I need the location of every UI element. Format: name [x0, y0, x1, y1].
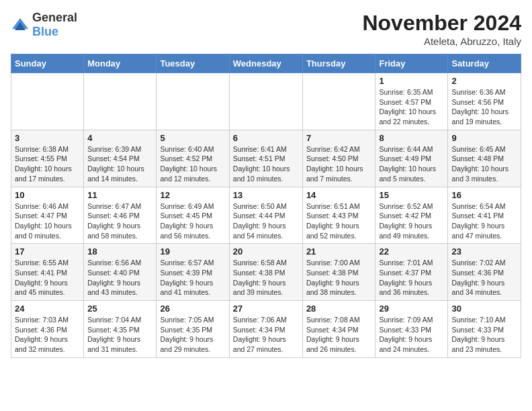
day-info: Sunrise: 7:03 AM Sunset: 4:36 PM Dayligh… — [15, 315, 80, 355]
day-number: 11 — [87, 190, 152, 200]
day-info: Sunrise: 7:08 AM Sunset: 4:34 PM Dayligh… — [306, 315, 372, 355]
day-cell: 2Sunrise: 6:36 AM Sunset: 4:56 PM Daylig… — [448, 73, 521, 130]
weekday-header-row: SundayMondayTuesdayWednesdayThursdayFrid… — [11, 54, 521, 73]
day-info: Sunrise: 6:40 AM Sunset: 4:52 PM Dayligh… — [160, 144, 225, 184]
day-info: Sunrise: 7:06 AM Sunset: 4:34 PM Dayligh… — [233, 315, 299, 355]
day-cell: 3Sunrise: 6:38 AM Sunset: 4:55 PM Daylig… — [11, 130, 84, 187]
day-cell: 15Sunrise: 6:52 AM Sunset: 4:42 PM Dayli… — [375, 187, 448, 244]
day-number: 10 — [15, 190, 80, 200]
day-cell — [302, 73, 375, 130]
day-number: 2 — [451, 76, 517, 86]
day-info: Sunrise: 6:47 AM Sunset: 4:46 PM Dayligh… — [87, 201, 152, 241]
weekday-header-sunday: Sunday — [11, 54, 84, 73]
day-info: Sunrise: 6:42 AM Sunset: 4:50 PM Dayligh… — [306, 144, 372, 184]
month-title: November 2024 — [362, 11, 521, 36]
day-info: Sunrise: 6:36 AM Sunset: 4:56 PM Dayligh… — [451, 87, 517, 127]
day-info: Sunrise: 6:55 AM Sunset: 4:41 PM Dayligh… — [15, 258, 80, 298]
calendar-table: SundayMondayTuesdayWednesdayThursdayFrid… — [11, 54, 521, 358]
title-area: November 2024 Ateleta, Abruzzo, Italy — [362, 11, 521, 47]
day-info: Sunrise: 6:38 AM Sunset: 4:55 PM Dayligh… — [15, 144, 80, 184]
day-cell: 22Sunrise: 7:01 AM Sunset: 4:37 PM Dayli… — [375, 244, 448, 301]
day-cell: 10Sunrise: 6:46 AM Sunset: 4:47 PM Dayli… — [11, 187, 84, 244]
week-row-4: 24Sunrise: 7:03 AM Sunset: 4:36 PM Dayli… — [11, 301, 521, 358]
day-number: 7 — [306, 133, 372, 143]
day-info: Sunrise: 6:54 AM Sunset: 4:41 PM Dayligh… — [451, 201, 517, 241]
day-number: 30 — [451, 304, 517, 314]
day-cell: 29Sunrise: 7:09 AM Sunset: 4:33 PM Dayli… — [375, 301, 448, 358]
day-cell: 6Sunrise: 6:41 AM Sunset: 4:51 PM Daylig… — [229, 130, 302, 187]
day-number: 15 — [379, 190, 444, 200]
day-number: 14 — [306, 190, 372, 200]
day-cell — [11, 73, 84, 130]
day-number: 17 — [15, 246, 80, 257]
day-cell: 17Sunrise: 6:55 AM Sunset: 4:41 PM Dayli… — [11, 244, 84, 301]
day-info: Sunrise: 7:01 AM Sunset: 4:37 PM Dayligh… — [379, 258, 444, 298]
logo-blue: Blue — [32, 25, 58, 38]
day-info: Sunrise: 6:41 AM Sunset: 4:51 PM Dayligh… — [233, 144, 299, 184]
logo-icon — [11, 17, 30, 33]
day-cell: 4Sunrise: 6:39 AM Sunset: 4:54 PM Daylig… — [84, 130, 157, 187]
day-cell: 9Sunrise: 6:45 AM Sunset: 4:48 PM Daylig… — [448, 130, 521, 187]
day-info: Sunrise: 6:57 AM Sunset: 4:39 PM Dayligh… — [160, 258, 225, 298]
logo: General Blue — [11, 11, 77, 39]
day-cell — [229, 73, 302, 130]
day-cell: 5Sunrise: 6:40 AM Sunset: 4:52 PM Daylig… — [157, 130, 229, 187]
day-cell: 18Sunrise: 6:56 AM Sunset: 4:40 PM Dayli… — [84, 244, 157, 301]
day-cell — [157, 73, 229, 130]
day-number: 16 — [451, 190, 517, 200]
day-cell: 13Sunrise: 6:50 AM Sunset: 4:44 PM Dayli… — [229, 187, 302, 244]
day-info: Sunrise: 7:10 AM Sunset: 4:33 PM Dayligh… — [451, 315, 517, 355]
day-number: 8 — [379, 133, 444, 143]
day-info: Sunrise: 7:00 AM Sunset: 4:38 PM Dayligh… — [306, 258, 372, 298]
day-number: 28 — [306, 304, 372, 314]
day-cell: 1Sunrise: 6:35 AM Sunset: 4:57 PM Daylig… — [375, 73, 448, 130]
calendar-body: 1Sunrise: 6:35 AM Sunset: 4:57 PM Daylig… — [11, 73, 521, 358]
day-cell: 16Sunrise: 6:54 AM Sunset: 4:41 PM Dayli… — [448, 187, 521, 244]
day-cell: 7Sunrise: 6:42 AM Sunset: 4:50 PM Daylig… — [302, 130, 375, 187]
day-info: Sunrise: 6:44 AM Sunset: 4:49 PM Dayligh… — [379, 144, 444, 184]
day-number: 29 — [379, 304, 444, 314]
day-info: Sunrise: 6:58 AM Sunset: 4:38 PM Dayligh… — [233, 258, 299, 298]
day-number: 9 — [451, 133, 517, 143]
day-info: Sunrise: 6:52 AM Sunset: 4:42 PM Dayligh… — [379, 201, 444, 241]
day-number: 25 — [87, 304, 152, 314]
day-cell: 19Sunrise: 6:57 AM Sunset: 4:39 PM Dayli… — [157, 244, 229, 301]
location-title: Ateleta, Abruzzo, Italy — [362, 36, 521, 47]
day-info: Sunrise: 6:49 AM Sunset: 4:45 PM Dayligh… — [160, 201, 225, 241]
day-number: 4 — [87, 133, 152, 143]
header: General Blue November 2024 Ateleta, Abru… — [11, 11, 521, 47]
day-info: Sunrise: 6:56 AM Sunset: 4:40 PM Dayligh… — [87, 258, 152, 298]
day-info: Sunrise: 6:39 AM Sunset: 4:54 PM Dayligh… — [87, 144, 152, 184]
day-number: 12 — [160, 190, 225, 200]
day-cell: 12Sunrise: 6:49 AM Sunset: 4:45 PM Dayli… — [157, 187, 229, 244]
day-cell: 11Sunrise: 6:47 AM Sunset: 4:46 PM Dayli… — [84, 187, 157, 244]
day-cell: 24Sunrise: 7:03 AM Sunset: 4:36 PM Dayli… — [11, 301, 84, 358]
day-info: Sunrise: 6:46 AM Sunset: 4:47 PM Dayligh… — [15, 201, 80, 241]
day-cell: 28Sunrise: 7:08 AM Sunset: 4:34 PM Dayli… — [302, 301, 375, 358]
weekday-header-monday: Monday — [84, 54, 157, 73]
day-cell — [84, 73, 157, 130]
day-info: Sunrise: 7:04 AM Sunset: 4:35 PM Dayligh… — [87, 315, 152, 355]
logo-text: General Blue — [32, 11, 77, 39]
day-number: 19 — [160, 246, 225, 257]
day-number: 27 — [233, 304, 299, 314]
weekday-header-tuesday: Tuesday — [157, 54, 229, 73]
day-info: Sunrise: 7:05 AM Sunset: 4:35 PM Dayligh… — [160, 315, 225, 355]
day-cell: 8Sunrise: 6:44 AM Sunset: 4:49 PM Daylig… — [375, 130, 448, 187]
day-cell: 30Sunrise: 7:10 AM Sunset: 4:33 PM Dayli… — [448, 301, 521, 358]
week-row-1: 3Sunrise: 6:38 AM Sunset: 4:55 PM Daylig… — [11, 130, 521, 187]
day-number: 22 — [379, 246, 444, 257]
day-number: 3 — [15, 133, 80, 143]
day-info: Sunrise: 6:50 AM Sunset: 4:44 PM Dayligh… — [233, 201, 299, 241]
day-info: Sunrise: 6:35 AM Sunset: 4:57 PM Dayligh… — [379, 87, 444, 127]
day-cell: 20Sunrise: 6:58 AM Sunset: 4:38 PM Dayli… — [229, 244, 302, 301]
day-number: 5 — [160, 133, 225, 143]
day-info: Sunrise: 6:51 AM Sunset: 4:43 PM Dayligh… — [306, 201, 372, 241]
day-number: 13 — [233, 190, 299, 200]
day-cell: 25Sunrise: 7:04 AM Sunset: 4:35 PM Dayli… — [84, 301, 157, 358]
day-number: 1 — [379, 76, 444, 86]
logo-general: General — [32, 11, 77, 24]
week-row-3: 17Sunrise: 6:55 AM Sunset: 4:41 PM Dayli… — [11, 244, 521, 301]
day-cell: 26Sunrise: 7:05 AM Sunset: 4:35 PM Dayli… — [157, 301, 229, 358]
weekday-header-wednesday: Wednesday — [229, 54, 302, 73]
